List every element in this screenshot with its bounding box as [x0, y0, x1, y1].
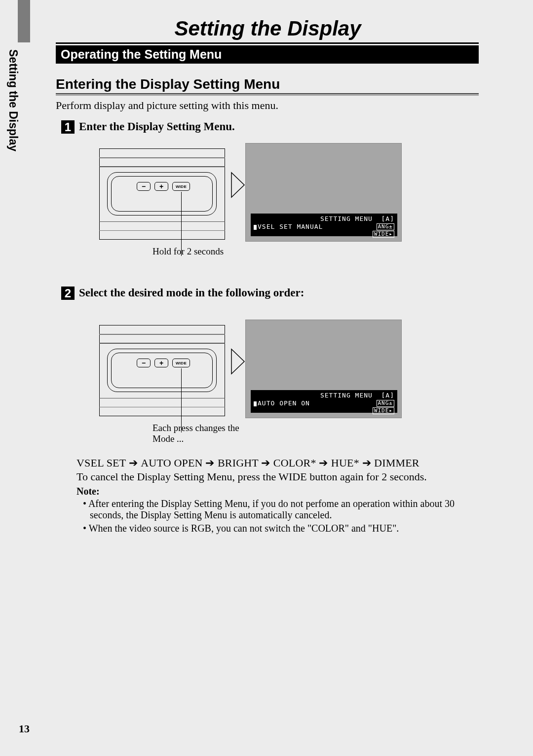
section-bar: Operating the Setting Menu: [56, 45, 479, 64]
step-number-2: 2: [61, 287, 75, 300]
side-title: Setting the Display: [20, 49, 35, 178]
device-diagram-1: − + WIDE: [99, 148, 225, 240]
section-bar-text: Operating the Setting Menu: [61, 47, 222, 62]
device-line: [99, 157, 225, 158]
screen-2: SETTING MENU [A] AUTO OPEN ON ANG± WIDE▸: [245, 320, 402, 418]
minus-button: −: [137, 359, 151, 367]
note-list: After entering the Display Setting Menu,…: [83, 498, 478, 536]
cursor-icon: [254, 225, 257, 230]
arrow-icon: [230, 172, 245, 198]
arrow-icon: [230, 348, 245, 375]
lcd-line2: AUTO OPEN ON: [258, 399, 310, 407]
wide-button-label: WIDE: [176, 184, 187, 189]
lcd-line2: VSEL SET MANUAL: [258, 223, 323, 230]
device-line: [99, 166, 225, 167]
lcd-row: WIDE▸: [254, 407, 394, 414]
lcd-row: SETTING MENU [A]: [254, 392, 394, 398]
seq-item: VSEL SET: [76, 457, 126, 469]
step1-caption: Hold for 2 seconds: [152, 246, 224, 257]
cancel-text: To cancel the Display Setting Menu, pres…: [76, 470, 479, 483]
svg-marker-1: [231, 349, 244, 374]
arrow-icon: ➔: [362, 457, 375, 469]
device-panel-inner: [111, 353, 213, 388]
page-number: 13: [19, 722, 30, 735]
note-item: After entering the Display Setting Menu,…: [83, 498, 478, 521]
page-inner: Setting the Display Setting the Display …: [0, 0, 533, 756]
lcd-ang: ANG±: [377, 223, 395, 230]
arrow-icon: ➔: [261, 457, 273, 469]
page: Setting the Display Setting the Display …: [0, 0, 533, 756]
margin-tab: [18, 0, 30, 42]
step2-caption: Each press changes the Mode ...: [152, 423, 246, 444]
seq-item: HUE*: [331, 457, 359, 469]
seq-item: BRIGHT: [218, 457, 259, 469]
lcd-wide: WIDE▸: [373, 231, 394, 238]
lcd-1: SETTING MENU [A] VSEL SET MANUAL ANG± WI…: [251, 214, 397, 236]
svg-marker-0: [231, 173, 244, 197]
lcd-header-r: [A]: [381, 215, 394, 222]
lcd-2: SETTING MENU [A] AUTO OPEN ON ANG± WIDE▸: [251, 390, 397, 413]
sub-heading-underline: [56, 93, 479, 96]
device-line: [99, 221, 225, 222]
page-title: Setting the Display: [57, 17, 479, 40]
lcd-ang: ANG±: [377, 400, 395, 407]
step2-title: Select the desired mode in the following…: [79, 287, 304, 299]
lcd-wide: WIDE▸: [373, 407, 394, 414]
wide-button: WIDE: [172, 182, 190, 191]
note-item: When the video source is RGB, you can no…: [83, 523, 478, 534]
plus-button: +: [154, 359, 168, 367]
step1-title: Enter the Display Setting Menu.: [79, 120, 235, 133]
lcd-row: SETTING MENU [A]: [254, 216, 394, 222]
seq-item: DIMMER: [374, 457, 419, 469]
seq-item: COLOR*: [273, 457, 316, 469]
lcd-row: AUTO OPEN ON ANG±: [254, 400, 394, 407]
device-line: [99, 407, 225, 408]
lcd-header: SETTING MENU: [320, 392, 373, 399]
lcd-row: VSEL SET MANUAL ANG±: [254, 223, 394, 230]
arrow-icon: ➔: [319, 457, 331, 469]
mode-sequence: VSEL SET ➔ AUTO OPEN ➔ BRIGHT ➔ COLOR* ➔…: [76, 457, 419, 469]
device-diagram-2: − + WIDE: [99, 325, 225, 416]
device-line: [99, 334, 225, 335]
wide-button-label: WIDE: [176, 361, 187, 365]
note-heading: Note:: [76, 486, 100, 497]
arrow-icon: ➔: [129, 457, 141, 469]
intro-text: Perform display and picture setting with…: [56, 99, 479, 112]
wide-button: WIDE: [172, 359, 190, 367]
cursor-icon: [254, 401, 257, 406]
seq-item: AUTO OPEN: [141, 457, 202, 469]
device-panel-inner: [111, 176, 213, 212]
lcd-header-r: [A]: [381, 392, 394, 399]
arrow-icon: ➔: [205, 457, 218, 469]
device-line: [99, 343, 225, 344]
minus-button: −: [137, 182, 151, 191]
sub-heading: Entering the Display Setting Menu: [56, 76, 479, 93]
step-number-1: 1: [61, 120, 75, 134]
title-rule: [56, 42, 479, 44]
lcd-header: SETTING MENU: [320, 215, 373, 222]
plus-button: +: [154, 182, 168, 191]
side-title-text: Setting the Display: [6, 49, 20, 151]
device-line: [99, 230, 225, 231]
screen-1: SETTING MENU [A] VSEL SET MANUAL ANG± WI…: [245, 143, 402, 242]
lcd-row: WIDE▸: [254, 231, 394, 238]
device-line: [99, 398, 225, 399]
